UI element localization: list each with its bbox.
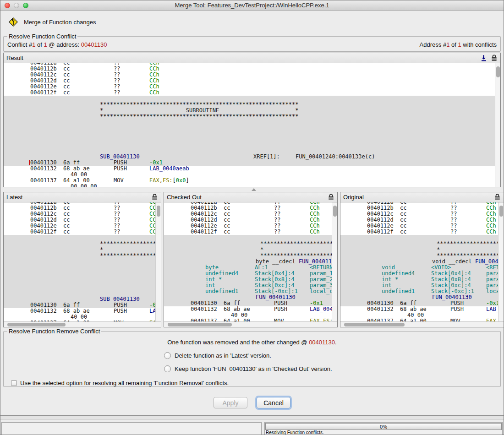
listing-row: 0040112dcc??CCh bbox=[4, 78, 500, 84]
radio-label: Keep function 'FUN_00401130' as in 'Chec… bbox=[175, 365, 332, 372]
label-row: FUN_00401130 bbox=[340, 294, 504, 300]
conflict-message: One function was removed and the other c… bbox=[4, 339, 500, 346]
group-legend: Resolve Function Remove Conflict bbox=[7, 328, 101, 335]
listing-row: 0040112dcc??CCh bbox=[340, 217, 504, 223]
panel-splitter[interactable] bbox=[0, 187, 504, 192]
checkbox-label: Use the selected option for resolving al… bbox=[20, 380, 229, 386]
resolve-function-conflict-group: Resolve Function Conflict Conflict #1 of… bbox=[3, 36, 501, 52]
function-highlight-band: ****************************************… bbox=[4, 235, 161, 308]
original-panel: Original 0040112acc??CCh 0040112bcc??CCh… bbox=[340, 192, 504, 327]
scrollbar-thumb[interactable] bbox=[499, 206, 503, 217]
listing-row: 0040112fcc??CCh bbox=[164, 229, 337, 235]
latest-vertical-scrollbar[interactable] bbox=[155, 202, 161, 321]
function-param: void<VOID><RETURN> bbox=[340, 265, 504, 271]
cancel-button[interactable]: Cancel bbox=[257, 397, 290, 408]
function-param: intStack[0xc]:4param_3 bbox=[340, 283, 504, 288]
result-listing[interactable]: 0040112acc??CCh 0040112bcc??CCh 0040112c… bbox=[4, 63, 500, 187]
listing-row: 0040112fcc??CCh bbox=[4, 90, 500, 96]
progress-message: Resolving Function conflicts. bbox=[265, 430, 502, 435]
listing-row: 0040112ccc??CCh bbox=[4, 211, 161, 217]
scrollbar-thumb[interactable] bbox=[157, 206, 160, 217]
scrollbar-thumb[interactable] bbox=[7, 323, 66, 326]
label-row: SUB_00401130 bbox=[4, 296, 161, 302]
progress-box: 0% Resolving Function conflicts. bbox=[264, 422, 503, 435]
progress-bar: 0% bbox=[265, 423, 502, 430]
result-panel-header: Result bbox=[4, 53, 500, 63]
merge-sign-icon bbox=[9, 17, 18, 27]
checkbox[interactable] bbox=[11, 380, 17, 386]
address-counter: Address #1 of 1 with conflicts bbox=[420, 41, 497, 48]
scrollbar-thumb[interactable] bbox=[333, 206, 337, 217]
lock-icon[interactable] bbox=[327, 194, 334, 201]
status-message-box bbox=[1, 422, 262, 435]
use-for-all-option[interactable]: Use the selected option for resolving al… bbox=[11, 380, 500, 386]
listing-row: 0040112ecc??CCh bbox=[4, 223, 161, 229]
checked-out-panel-title: Checked Out bbox=[167, 194, 202, 201]
resolve-function-remove-conflict-group: Resolve Function Remove Conflict One fun… bbox=[3, 331, 501, 387]
lock-icon[interactable] bbox=[493, 194, 501, 201]
scrollbar-thumb[interactable] bbox=[168, 323, 232, 326]
checked-out-horizontal-scrollbar[interactable] bbox=[164, 321, 337, 327]
latest-listing[interactable]: 0040112acc??CCh 0040112bcc??CCh 0040112c… bbox=[4, 202, 161, 321]
scrollbar-thumb[interactable] bbox=[496, 66, 500, 77]
radio-button[interactable] bbox=[164, 365, 171, 372]
listing-row: 0040112ecc??CCh bbox=[340, 223, 504, 229]
listing-row: 0040112bcc??CCh bbox=[4, 66, 500, 72]
original-panel-header: Original bbox=[340, 192, 504, 202]
merge-tool-window: Merge Tool: Features_DevTestProject:/Win… bbox=[0, 0, 504, 435]
status-bar: 0% Resolving Function conflicts. bbox=[1, 422, 503, 435]
lock-icon[interactable] bbox=[490, 54, 498, 62]
option-delete-function[interactable]: Delete function as in 'Latest' version. bbox=[164, 352, 500, 359]
checked-out-vertical-scrollbar[interactable] bbox=[332, 202, 337, 321]
radio-label: Delete function as in 'Latest' version. bbox=[175, 352, 271, 359]
option-keep-function[interactable]: Keep function 'FUN_00401130' as in 'Chec… bbox=[164, 365, 500, 372]
plate-comment: ****************************************… bbox=[4, 114, 500, 120]
group-legend: Resolve Function Conflict bbox=[7, 33, 77, 40]
result-panel: Result 0040112acc??CCh 0040112bcc??CCh 0… bbox=[3, 53, 501, 187]
merge-phase-title: Merge of Function changes bbox=[24, 19, 96, 26]
checked-out-panel-header: Checked Out bbox=[164, 192, 337, 202]
conflict-counter: Conflict #1 of 1 @ address: 00401130 bbox=[7, 41, 107, 48]
listing-row: 0040112fcc??CCh bbox=[4, 229, 161, 235]
checked-out-panel: Checked Out 0040112acc??CCh 0040112bcc??… bbox=[164, 192, 338, 327]
function-highlight-band: ****************************************… bbox=[4, 96, 500, 166]
scrollbar-thumb[interactable] bbox=[344, 323, 405, 326]
merge-phase-header: Merge of Function changes bbox=[9, 16, 96, 27]
function-param: int *Stack[0x8]:4param_2 bbox=[340, 277, 504, 283]
status-divider bbox=[0, 415, 504, 420]
apply-down-arrow-icon[interactable] bbox=[480, 54, 488, 62]
latest-panel: Latest 0040112acc??CCh 0040112bcc??CCh 0… bbox=[3, 192, 161, 327]
title-bar[interactable]: Merge Tool: Features_DevTestProject:/Win… bbox=[0, 0, 504, 11]
dialog-buttons: Apply Cancel bbox=[0, 397, 504, 408]
latest-horizontal-scrollbar[interactable] bbox=[4, 321, 161, 327]
listing-row: 0040113764 a1 00MOVEAX,FS:[0x0] bbox=[164, 318, 337, 321]
result-vertical-scrollbar[interactable] bbox=[495, 63, 500, 187]
checked-out-listing[interactable]: 0040112acc??CCh 0040112bcc??CCh 0040112c… bbox=[164, 202, 337, 321]
listing-row: 0040112ccc??CCh bbox=[340, 211, 504, 217]
latest-panel-title: Latest bbox=[6, 194, 22, 201]
cursor-caret bbox=[29, 160, 30, 165]
function-highlight-band: ****************************************… bbox=[340, 235, 504, 306]
splitter-handle-icon[interactable] bbox=[252, 188, 256, 191]
lock-icon[interactable] bbox=[151, 194, 158, 201]
compare-panels: Latest 0040112acc??CCh 0040112bcc??CCh 0… bbox=[3, 192, 504, 327]
function-param: undefined1Stack[-0xc]:1local_c bbox=[340, 288, 504, 294]
listing-row: 0040112ecc??CCh bbox=[4, 84, 500, 90]
original-panel-title: Original bbox=[343, 194, 364, 201]
listing-row: 0040113268 ab aePUSHLAB_0040aeab bbox=[164, 306, 337, 312]
original-horizontal-scrollbar[interactable] bbox=[340, 321, 504, 327]
function-param: undefined4Stack[0x4]:4param_1 bbox=[340, 271, 504, 277]
plate-comment: ****************************************… bbox=[4, 253, 161, 259]
listing-row: 0040112fcc??CCh bbox=[340, 229, 504, 235]
listing-row: 0040112bcc??CCh bbox=[4, 205, 161, 211]
apply-button[interactable]: Apply bbox=[214, 397, 247, 408]
latest-panel-header: Latest bbox=[4, 192, 161, 202]
function-signature: void __cdecl FUN_00401130 bbox=[340, 259, 504, 265]
result-panel-title: Result bbox=[6, 54, 23, 61]
listing-row: 0040112ccc??CCh bbox=[4, 72, 500, 78]
original-listing[interactable]: 0040112acc??CCh 0040112bcc??CCh 0040112c… bbox=[340, 202, 504, 321]
radio-button[interactable] bbox=[164, 352, 171, 359]
listing-row: 0040113764 a1 00MOVEAX,FS:[0x0] bbox=[340, 318, 504, 321]
original-vertical-scrollbar[interactable] bbox=[498, 202, 504, 321]
window-title: Merge Tool: Features_DevTestProject:/Win… bbox=[0, 2, 504, 9]
